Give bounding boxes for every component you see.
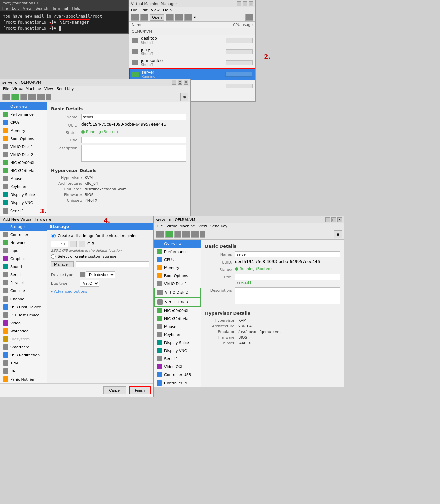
result-sidebar-virtio-disk2[interactable]: VirtIO Disk 2 [154,288,201,297]
result-sidebar-serial1[interactable]: Serial 1 [154,355,201,363]
vm-toolbar-icon5[interactable] [37,94,45,100]
vm-toolbar-icon3[interactable] [20,94,27,100]
add-hw-filesystem[interactable]: Filesystem [0,335,47,343]
result-menubar[interactable]: File Virtual Machine View Send Key [154,223,344,229]
add-hw-console[interactable]: Console [0,287,47,295]
title-input[interactable] [81,137,186,143]
result-sidebar-virtio-disk1[interactable]: VirtIO Disk 1 [154,280,201,288]
vmm-toolbar-new-icon[interactable] [131,14,139,21]
vm-toolbar-icon4[interactable] [28,94,36,100]
sidebar-item-overview[interactable]: Overview [0,102,47,110]
result-toolbar-icon5[interactable] [191,231,199,238]
add-hw-video[interactable]: Video [0,319,47,327]
add-hw-usb-host[interactable]: USB Host Device [0,303,47,311]
add-hw-rng[interactable]: RNG [0,367,47,375]
add-hw-network[interactable]: Network [0,239,47,247]
result-sidebar-nic1[interactable]: NIC :00:00:0b [154,307,201,315]
vmm-open-btn[interactable]: Open [150,14,164,21]
add-hw-tpm[interactable]: TPM [0,359,47,367]
vmm-menu-help[interactable]: Help [163,8,172,12]
add-hw-smartcard[interactable]: Smartcard [0,343,47,351]
vm-detail-maximize[interactable]: □ [178,80,182,85]
sidebar-item-mouse[interactable]: Mouse [0,175,47,183]
result-menu-sendkey[interactable]: Send Key [210,224,227,228]
result-menu-file[interactable]: File [157,224,163,228]
size-increase-btn[interactable]: + [79,241,85,247]
vmm-close[interactable]: ✕ [249,1,253,6]
add-hw-input[interactable]: Input [0,247,47,255]
result-sidebar-cpus[interactable]: CPUs [154,256,201,264]
add-hw-channel[interactable]: Channel [0,295,47,303]
result-name-input[interactable] [235,251,340,257]
size-input[interactable] [51,241,68,247]
sidebar-item-boot-options[interactable]: Boot Options [0,135,47,143]
result-menu-view[interactable]: View [198,224,207,228]
add-hw-parallel[interactable]: Parallel [0,279,47,287]
vmm-minimize[interactable]: _ [237,1,241,6]
cancel-button[interactable]: Cancel [103,386,126,394]
terminal-menu-help[interactable]: Help [72,6,80,11]
result-sidebar-overview[interactable]: Overview [154,240,201,248]
desc-textarea[interactable] [81,145,186,162]
sidebar-item-memory[interactable]: Memory [0,127,47,135]
add-hw-usb-redirect[interactable]: USB Redirection [0,351,47,359]
result-menu-vm[interactable]: Virtual Machine [166,224,195,228]
terminal-menu-view[interactable]: View [23,6,32,11]
result-toolbar-dropdown[interactable] [200,231,205,238]
sidebar-item-keyboard[interactable]: Keyboard [0,183,47,191]
vmm-maximize[interactable]: □ [243,1,247,6]
result-sidebar-virtio-disk3[interactable]: VirtIO Disk 3 [154,297,201,307]
vmm-controls[interactable]: _ □ ✕ [237,1,253,6]
vmm-menubar[interactable]: File Edit View Help [129,7,255,13]
manage-btn[interactable]: Manage... [51,261,74,267]
finish-button[interactable]: Finish [129,386,151,394]
vm-toolbar-screen-icon[interactable]: ⊕ [180,93,188,101]
custom-storage-input[interactable] [76,261,149,267]
vm-detail-close[interactable]: ✕ [184,80,188,85]
device-type-select[interactable]: Disk device [86,271,115,278]
vm-detail-menubar[interactable]: File Virtual Machine View Send Key [0,86,190,92]
result-controls[interactable]: _ □ ✕ [325,217,342,222]
sidebar-item-virtio-disk1[interactable]: VirtIO Disk 1 [0,143,47,151]
result-minimize[interactable]: _ [325,217,330,222]
sidebar-item-nic2[interactable]: NIC :32:fd:4a [0,167,47,175]
vm-detail-controls[interactable]: _ □ ✕ [172,80,188,85]
vmm-menu-file[interactable]: File [131,8,137,12]
result-desc-textarea[interactable] [235,287,340,304]
result-close[interactable]: ✕ [337,217,342,222]
vm-menu-vm[interactable]: Virtual Machine [12,87,41,91]
vm-toolbar-icon1[interactable] [2,94,10,100]
result-sidebar-boot-options[interactable]: Boot Options [154,272,201,280]
vmm-toolbar-pause-icon[interactable] [175,14,183,21]
result-maximize[interactable]: □ [331,217,336,222]
vmm-item-desktop[interactable]: desktop Shutoff [129,35,255,46]
result-title-input[interactable] [235,274,340,280]
result-sidebar-keyboard[interactable]: Keyboard [154,331,201,339]
result-toolbar-icon3[interactable] [174,231,181,238]
terminal-menubar[interactable]: File Edit View Search Terminal Help [0,6,128,11]
result-sidebar-controller-usb[interactable]: Controller USB [154,371,201,379]
vmm-menu-edit[interactable]: Edit [140,8,147,12]
create-disk-radio[interactable] [51,234,56,238]
add-hw-controller[interactable]: Controller [0,231,47,239]
vmm-item-johnsonlee[interactable]: johnsonlee Shutoff [129,57,255,68]
sidebar-item-display-vnc[interactable]: Display VNC [0,199,47,207]
result-sidebar-display-spice[interactable]: Display Spice [154,339,201,347]
result-toolbar-icon4[interactable] [182,231,190,238]
custom-storage-radio[interactable] [51,254,56,259]
vmm-toolbar-open-icon[interactable] [140,14,148,21]
advanced-options-btn[interactable]: ▸ Advanced options [51,289,149,294]
vmm-menu-view[interactable]: View [151,8,160,12]
vmm-toolbar-prefs-icon[interactable] [245,14,253,21]
vmm-col-name[interactable]: Name [132,23,142,27]
add-hw-sound[interactable]: Sound [0,263,47,271]
vmm-toolbar-run-icon[interactable] [166,14,174,21]
vm-toolbar-dropdown[interactable] [46,94,51,100]
add-hw-graphics[interactable]: Graphics [0,255,47,263]
vm-menu-view[interactable]: View [44,87,53,91]
add-hw-pci-host[interactable]: PCI Host Device [0,311,47,319]
terminal-menu-file[interactable]: File [2,6,8,11]
terminal-menu-terminal[interactable]: Terminal [52,6,68,11]
result-sidebar-mouse[interactable]: Mouse [154,323,201,331]
name-input[interactable] [81,114,186,120]
